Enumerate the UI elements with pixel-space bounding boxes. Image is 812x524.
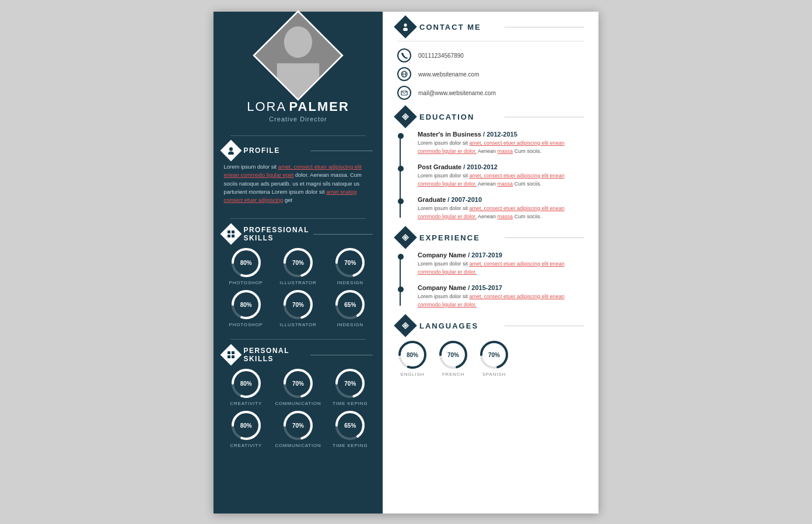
resume-wrapper: LORA PALMER Creative Director PROFILE Lo… xyxy=(214,12,598,513)
language-item: 70% FRENCH xyxy=(438,340,468,377)
contact-section-header: CONTACT ME xyxy=(397,12,584,41)
education-diamond-icon xyxy=(394,105,417,128)
experience-item-1: Company Name / 2017-2019 Lorem ipsum dol… xyxy=(409,251,584,276)
left-column: LORA PALMER Creative Director PROFILE Lo… xyxy=(214,12,383,513)
profile-icon xyxy=(220,140,242,162)
languages-title: LANGUAGES xyxy=(419,322,499,330)
svg-rect-7 xyxy=(232,230,235,233)
personal-skills-icon xyxy=(220,344,242,366)
experience-title: EXPERIENCE xyxy=(419,233,499,242)
svg-rect-9 xyxy=(232,235,235,237)
edu-title-2: Post Graduate / 2010-2012 xyxy=(418,163,584,170)
education-item-1: Master's in Business / 2012-2015 Lorem i… xyxy=(409,131,584,155)
timeline-dot xyxy=(398,166,404,172)
svg-point-39 xyxy=(403,28,408,32)
divider xyxy=(230,135,366,136)
skill-label: PHOTOSHOP xyxy=(229,322,263,327)
prof-skill-item: 65% INDESIGN xyxy=(328,289,373,327)
prof-skills-title: PROFESSIONAL SKILLS xyxy=(243,226,309,242)
education-timeline-line xyxy=(400,134,401,218)
language-item: 70% SPANISH xyxy=(479,340,509,377)
personal-skills-grid: 80% CREATIVITY 70% COMMUNICATION 70% TIM… xyxy=(223,368,372,448)
svg-point-5 xyxy=(228,152,234,155)
contact-items-list: 00111234567890 www.websitename.com xyxy=(397,48,584,100)
lang-label: FRENCH xyxy=(442,372,464,377)
prof-skill-item: 70% INDESIGN xyxy=(328,247,373,285)
profile-title: PROFILE xyxy=(243,146,306,155)
personal-skill-item: 70% TIME KEPING xyxy=(328,368,373,406)
skills-icon xyxy=(220,223,242,245)
contact-email: mail@www.websitename.com xyxy=(397,86,584,100)
web-icon xyxy=(397,67,411,81)
svg-point-38 xyxy=(404,23,407,27)
lang-label: ENGLISH xyxy=(401,372,425,377)
job-title: Creative Director xyxy=(247,116,349,123)
education-divider xyxy=(505,117,584,117)
prof-skill-item: 70% ILLUSTRATOR xyxy=(276,247,321,285)
svg-rect-25 xyxy=(232,355,235,358)
phone-icon xyxy=(397,48,411,62)
personal-skills-title: PERSONAL SKILLS xyxy=(243,347,306,363)
edu-text-2: Lorem ipsum dolor sit amet, consect etue… xyxy=(418,172,584,188)
email-icon xyxy=(397,86,411,100)
exp-title-1: Company Name / 2017-2019 xyxy=(418,251,584,258)
edu-title-1: Master's in Business / 2012-2015 xyxy=(418,131,584,138)
svg-rect-6 xyxy=(228,230,230,233)
experience-divider xyxy=(505,237,584,238)
languages-divider xyxy=(505,326,584,326)
skill-label: COMMUNICATION xyxy=(275,401,321,406)
personal-skill-item: 80% CREATIVITY xyxy=(223,410,268,448)
exp-text-2: Lorem ipsum dolor sit amet, consect etue… xyxy=(418,293,584,309)
prof-skills-divider xyxy=(314,234,373,235)
last-name: PALMER xyxy=(289,99,349,114)
prof-skill-item: 70% ILLUSTRATOR xyxy=(276,289,321,327)
right-column: CONTACT ME 00111234567890 xyxy=(383,12,598,513)
edu-title-3: Graduate / 2007-2010 xyxy=(418,196,584,203)
languages-diamond-icon xyxy=(394,314,417,337)
contact-title: CONTACT ME xyxy=(419,23,499,32)
languages-row: 80% ENGLISH 70% FRENCH 70% SPANISH xyxy=(397,340,584,377)
svg-point-4 xyxy=(229,147,233,151)
experience-section: EXPERIENCE Company Name / 2017-2019 Lore… xyxy=(397,229,584,309)
timeline-dot xyxy=(398,133,404,139)
svg-rect-22 xyxy=(228,351,230,354)
experience-diamond-icon xyxy=(394,226,417,249)
profile-section-header: PROFILE xyxy=(223,143,372,158)
phone-text: 00111234567890 xyxy=(418,53,464,59)
prof-skill-item: 80% PHOTOSHOP xyxy=(223,247,268,285)
skill-label: INDESIGN xyxy=(337,280,363,285)
language-item: 80% ENGLISH xyxy=(397,340,428,377)
lang-label: SPANISH xyxy=(482,372,506,377)
personal-skill-item: 70% COMMUNICATION xyxy=(276,368,321,406)
exp-title-2: Company Name / 2015-2017 xyxy=(418,284,584,291)
email-text: mail@www.websitename.com xyxy=(418,90,496,96)
first-name: LORA xyxy=(247,99,286,114)
education-item-2: Post Graduate / 2010-2012 Lorem ipsum do… xyxy=(409,163,584,188)
contact-divider xyxy=(505,27,584,27)
education-title: EDUCATION xyxy=(419,113,499,121)
divider3 xyxy=(230,339,366,340)
professional-skills-grid: 80% PHOTOSHOP 70% ILLUSTRATOR 70% INDESI… xyxy=(223,247,372,327)
contact-web: www.websitename.com xyxy=(397,67,584,81)
languages-section: LANGUAGES 80% ENGLISH 70% FRENCH xyxy=(397,317,584,377)
profile-text: Lorem ipsum dolor sit amet, consect etue… xyxy=(223,163,372,204)
personal-skills-divider xyxy=(310,355,373,355)
contact-diamond-icon xyxy=(394,15,417,39)
personal-skill-item: 65% TIME KEPING xyxy=(328,410,373,448)
skill-label: ILLUSTRATOR xyxy=(279,280,316,285)
education-header: EDUCATION xyxy=(397,109,584,125)
personal-skill-item: 70% COMMUNICATION xyxy=(276,410,321,448)
timeline-dot xyxy=(398,254,404,260)
skill-label: INDESIGN xyxy=(337,322,363,327)
prof-skill-item: 80% PHOTOSHOP xyxy=(223,289,268,327)
timeline-dot xyxy=(398,198,404,204)
svg-rect-3 xyxy=(277,63,319,98)
skill-label: CREATIVITY xyxy=(230,401,262,406)
edu-text-3: Lorem ipsum dolor sit amet, consect etue… xyxy=(418,205,584,221)
exp-text-1: Lorem ipsum dolor sit amet, consect etue… xyxy=(418,260,584,276)
skill-label: PHOTOSHOP xyxy=(229,280,263,285)
personal-skill-item: 80% CREATIVITY xyxy=(223,368,268,406)
name-section: LORA PALMER Creative Director xyxy=(247,99,349,123)
photo-diamond xyxy=(253,10,344,101)
prof-skills-section-header: PROFESSIONAL SKILLS xyxy=(223,226,372,242)
